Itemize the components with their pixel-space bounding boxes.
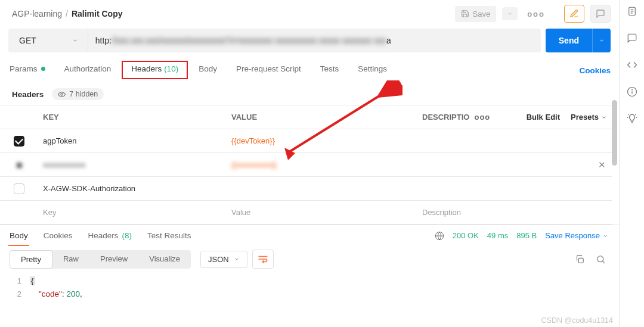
status-code[interactable]: 200 OK [453, 231, 479, 240]
tab-body[interactable]: Body [197, 61, 218, 80]
cookies-link[interactable]: Cookies [579, 60, 611, 81]
save-label: Save [473, 10, 491, 18]
breadcrumbs: AGP-learning / Ralimit Copy [12, 9, 123, 18]
resp-tab-headers[interactable]: Headers (8) [87, 225, 134, 246]
copy-icon[interactable] [575, 254, 585, 264]
vertical-scrollbar[interactable] [612, 100, 617, 239]
rail-comment-icon[interactable] [627, 33, 637, 45]
svg-line-18 [635, 114, 636, 115]
row-checkbox[interactable] [14, 136, 24, 147]
wrap-toggle-button[interactable] [252, 250, 274, 269]
svg-point-14 [631, 89, 632, 90]
format-pretty[interactable]: Pretty [10, 250, 52, 269]
rail-bulb-icon[interactable] [627, 113, 637, 126]
format-raw[interactable]: Raw [52, 250, 89, 269]
col-more[interactable]: ooo [474, 113, 490, 122]
url-prefix: http: [95, 36, 112, 45]
rail-code-icon[interactable] [627, 60, 637, 72]
method-label: GET [19, 36, 36, 45]
svg-line-17 [628, 114, 628, 115]
send-button[interactable]: Send [546, 29, 592, 52]
line-number: 1 [12, 275, 30, 288]
watermark: CSDN @codu4u1314 [541, 316, 613, 325]
format-preview[interactable]: Preview [89, 250, 138, 269]
breadcrumb-current[interactable]: Ralimit Copy [72, 9, 123, 18]
row-checkbox[interactable] [14, 183, 24, 194]
svg-rect-4 [578, 258, 583, 263]
col-value: VALUE [227, 107, 417, 127]
resp-tab-cookies[interactable]: Cookies [42, 225, 74, 246]
header-desc[interactable]: ✕ [417, 159, 612, 171]
header-value-input[interactable]: Value [227, 202, 417, 223]
table-row[interactable]: ◼︎ xxxxxxxxxxx {{xxxxxxxxx}} ✕ [0, 153, 612, 177]
rail-info-icon[interactable] [627, 86, 637, 99]
header-desc[interactable] [417, 183, 612, 195]
chevron-down-icon [599, 38, 605, 43]
chevron-down-icon [234, 256, 240, 262]
tab-authorization[interactable]: Authorization [63, 61, 113, 80]
status-time[interactable]: 49 ms [487, 231, 508, 240]
url-suffix: a [386, 36, 391, 45]
save-response-button[interactable]: Save Response [545, 231, 608, 240]
table-row-new[interactable]: Key Value Description [0, 201, 612, 225]
header-desc[interactable] [417, 135, 612, 147]
resp-tab-test-results[interactable]: Test Results [146, 225, 193, 246]
headers-header-row: KEY VALUE DESCRIPTIO ooo Bulk Edit Prese… [0, 105, 612, 129]
tab-headers[interactable]: Headers (10) [129, 60, 181, 82]
tab-tests[interactable]: Tests [319, 61, 340, 80]
row-remove-button[interactable]: ✕ [598, 160, 606, 170]
tab-pre-request-script[interactable]: Pre-request Script [235, 61, 302, 80]
rail-docs-icon[interactable] [627, 6, 637, 18]
dot-indicator [41, 67, 45, 71]
url-blurred: //xxx.xxx.xxx/xxxxxx/xxxxxxxxx?x=xxxxxxx… [112, 36, 386, 45]
response-body[interactable]: 1 { 2 "code": 200, [0, 275, 619, 301]
format-visualize[interactable]: Visualize [138, 250, 191, 269]
save-more-button[interactable] [502, 7, 518, 20]
row-checkbox-blurred[interactable]: ◼︎ [16, 160, 23, 169]
table-row[interactable]: agpToken {{devToken}} [0, 129, 612, 153]
chevron-down-icon [72, 38, 78, 43]
header-key[interactable]: X-AGW-SDK-Authorization [38, 178, 227, 199]
resp-tab-body[interactable]: Body [8, 225, 29, 246]
edit-button[interactable] [564, 5, 584, 23]
status-size[interactable]: 895 B [516, 231, 537, 240]
svg-point-0 [61, 93, 63, 95]
header-key[interactable]: xxxxxxxxxxx [38, 154, 227, 175]
svg-line-6 [603, 261, 605, 263]
line-number: 2 [12, 288, 30, 301]
header-value[interactable]: {{xxxxxxxxx}} [227, 154, 417, 175]
headers-count: (10) [164, 64, 178, 73]
search-icon[interactable] [596, 254, 606, 264]
headers-title: Headers [12, 90, 44, 99]
body-format-toggle: Pretty Raw Preview Visualize [10, 250, 191, 269]
body-lang-select[interactable]: JSON [200, 251, 247, 268]
bulk-edit-link[interactable]: Bulk Edit [527, 113, 560, 122]
pencil-icon [569, 9, 579, 18]
wrap-icon [258, 255, 268, 263]
header-value[interactable]: {{devToken}} [227, 130, 417, 151]
header-key[interactable]: agpToken [38, 130, 227, 151]
save-icon [461, 10, 469, 18]
send-more-button[interactable] [592, 29, 611, 52]
tab-settings[interactable]: Settings [357, 61, 388, 80]
breadcrumb-parent[interactable]: AGP-learning [12, 9, 62, 18]
breadcrumb-slash: / [66, 9, 68, 18]
chevron-down-icon [507, 11, 513, 17]
more-menu-button[interactable]: ooo [524, 10, 549, 18]
header-desc-input[interactable]: Description [417, 202, 612, 223]
table-row[interactable]: X-AGW-SDK-Authorization [0, 177, 612, 201]
header-key-input[interactable]: Key [38, 202, 227, 223]
header-value[interactable] [227, 183, 417, 195]
save-button[interactable]: Save [455, 6, 497, 22]
presets-dropdown[interactable]: Presets [571, 113, 607, 122]
hidden-headers-toggle[interactable]: 7 hidden [52, 88, 104, 100]
col-desc: DESCRIPTIO [422, 113, 469, 122]
comment-button[interactable] [590, 5, 611, 23]
globe-icon[interactable] [435, 231, 444, 241]
col-key: KEY [38, 107, 227, 127]
eye-icon [58, 91, 66, 98]
method-select[interactable]: GET [8, 29, 88, 52]
chevron-down-icon [601, 114, 607, 120]
url-input[interactable]: http: //xxx.xxx.xxx/xxxxxx/xxxxxxxxx?x=x… [88, 29, 541, 52]
tab-params[interactable]: Params [8, 61, 47, 80]
